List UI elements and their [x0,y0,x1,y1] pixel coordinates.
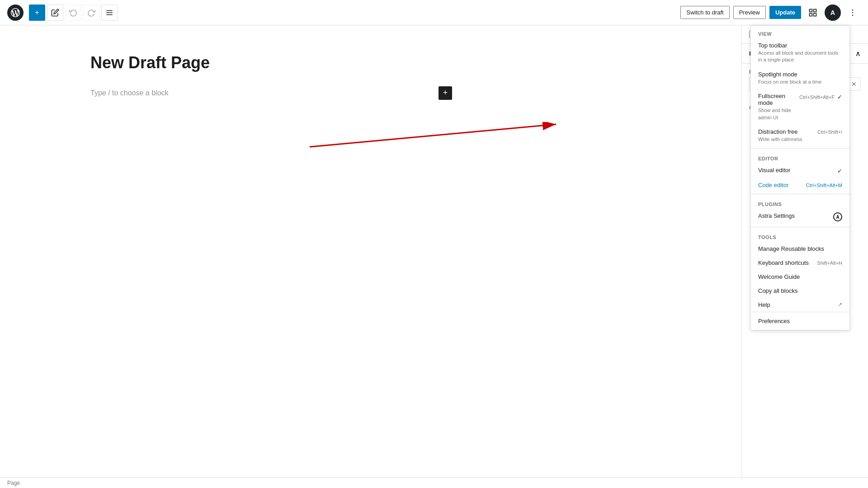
keyboard-shortcuts-item[interactable]: Keyboard shortcuts Shift+Alt+H [751,256,849,270]
help-content: Help [758,301,834,308]
tools-section-label: TOOLS [751,229,849,242]
svg-rect-3 [810,9,812,12]
astra-settings-content: Astra Settings [758,212,830,219]
svg-rect-5 [814,13,816,16]
svg-rect-4 [814,9,816,12]
visual-editor-content: Visual editor [758,167,834,174]
redo-button[interactable] [83,5,99,21]
divider-1 [751,148,849,149]
copy-all-blocks-title: Copy all blocks [758,287,797,294]
toolbar-left: + [7,5,118,21]
editor-section-label: EDITOR [751,150,849,163]
page-title: New Draft Page [90,52,452,74]
settings-button[interactable] [805,5,821,21]
toolbar-right: Switch to draft Preview Update A [680,5,861,21]
spotlight-desc: Focus on one block at a time [758,79,842,85]
svg-rect-6 [810,13,812,16]
astra-settings-title: Astra Settings [758,212,830,219]
help-item[interactable]: Help ↗ [751,298,849,312]
parent-page-clear-button[interactable]: ✕ [851,80,857,88]
welcome-guide-item[interactable]: Welcome Guide [751,270,849,284]
user-avatar-button[interactable]: A [825,5,841,21]
edit-button[interactable] [47,5,63,21]
manage-reusable-blocks-title: Manage Reusable blocks [758,245,824,252]
switch-to-draft-button[interactable]: Switch to draft [680,6,729,19]
fullscreen-title: Fullscreen mode [758,93,796,106]
add-block-button[interactable]: + [29,5,45,21]
top-toolbar-content: Top toolbar Access all block and documen… [758,42,842,64]
code-editor-shortcut: Ctrl+Shift+Alt+M [806,182,842,188]
divider-3 [751,227,849,227]
visual-editor-checkmark: ✓ [837,167,842,174]
svg-point-7 [852,9,854,10]
keyboard-shortcuts-shortcut: Shift+Alt+H [817,259,842,266]
distraction-free-desc: Write with calmness [758,136,814,143]
spotlight-mode-item[interactable]: Spotlight mode Focus on one block at a t… [751,67,849,89]
code-editor-content: Code editor [758,182,802,188]
astra-settings-item[interactable]: Astra Settings A [751,209,849,225]
editor-area: New Draft Page Type / to choose a block … [0,25,542,131]
divider-2 [751,194,849,194]
wp-logo-button[interactable] [7,5,24,21]
distraction-free-shortcut: Ctrl+Shift+\ [817,128,842,135]
preview-button[interactable]: Preview [733,6,766,19]
welcome-guide-title: Welcome Guide [758,273,800,280]
plugins-section-label: PLUGINS [751,196,849,209]
copy-all-blocks-item[interactable]: Copy all blocks [751,284,849,298]
fullscreen-checkmark: ✓ [837,93,842,100]
visual-editor-title: Visual editor [758,167,834,174]
code-editor-item[interactable]: Code editor Ctrl+Shift+Alt+M [751,178,849,192]
undo-button[interactable] [65,5,81,21]
svg-point-8 [852,12,854,13]
keyboard-shortcuts-title: Keyboard shortcuts [758,259,813,266]
top-toolbar-item[interactable]: Top toolbar Access all block and documen… [751,38,849,67]
help-external-icon: ↗ [838,301,842,308]
list-view-button[interactable] [101,5,118,21]
top-toolbar-desc: Access all block and document tools in a… [758,50,842,64]
status-bar: Page [0,477,868,488]
options-dropdown: VIEW Top toolbar Access all block and do… [750,25,850,330]
spotlight-content: Spotlight mode Focus on one block at a t… [758,71,842,85]
more-options-button[interactable] [844,5,861,21]
top-toolbar-title: Top toolbar [758,42,842,49]
status-bar-label: Page [7,480,20,486]
preferences-button[interactable]: Preferences [751,312,849,330]
page-attributes-collapse-icon: ∧ [855,49,861,58]
distraction-free-content: Distraction free Write with calmness [758,128,814,143]
distraction-free-item[interactable]: Distraction free Write with calmness Ctr… [751,125,849,146]
fullscreen-shortcut: Ctrl+Shift+Alt+F [799,94,835,100]
keyboard-shortcuts-content: Keyboard shortcuts [758,259,813,266]
fullscreen-mode-item[interactable]: Fullscreen mode Show and hide admin UI C… [751,89,849,125]
distraction-free-title: Distraction free [758,128,814,135]
spotlight-title: Spotlight mode [758,71,842,78]
fullscreen-content: Fullscreen mode Show and hide admin UI [758,93,796,121]
astra-icon: A [833,212,842,221]
inline-add-block-button[interactable]: + [439,86,452,100]
visual-editor-item[interactable]: Visual editor ✓ [751,163,849,178]
fullscreen-desc: Show and hide admin UI [758,107,796,121]
placeholder-text: Type / to choose a block [90,89,169,97]
main-toolbar: + Switch to draft Preview Update A [0,0,868,25]
update-button[interactable]: Update [769,6,801,19]
svg-point-9 [852,14,854,16]
code-editor-title: Code editor [758,182,802,188]
block-placeholder[interactable]: Type / to choose a block + [90,83,452,103]
manage-reusable-blocks-item[interactable]: Manage Reusable blocks [751,242,849,256]
view-section-label: VIEW [751,26,849,38]
help-title: Help [758,301,834,308]
